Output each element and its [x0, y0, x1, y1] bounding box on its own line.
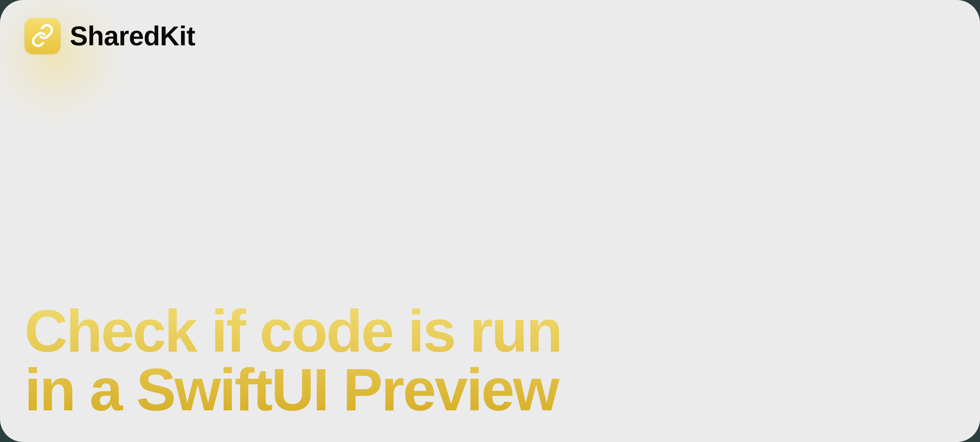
link-icon: [31, 24, 54, 48]
app-name-label: SharedKit: [70, 21, 195, 51]
feature-headline: Check if code is run in a SwiftUI Previe…: [24, 302, 956, 419]
app-icon-badge: [24, 18, 60, 54]
headline-line-1: Check if code is run: [24, 302, 956, 360]
headline-line-2: in a SwiftUI Preview: [24, 361, 956, 419]
card-header: SharedKit: [24, 18, 956, 54]
feature-card: SharedKit Check if code is run in a Swif…: [0, 0, 980, 442]
